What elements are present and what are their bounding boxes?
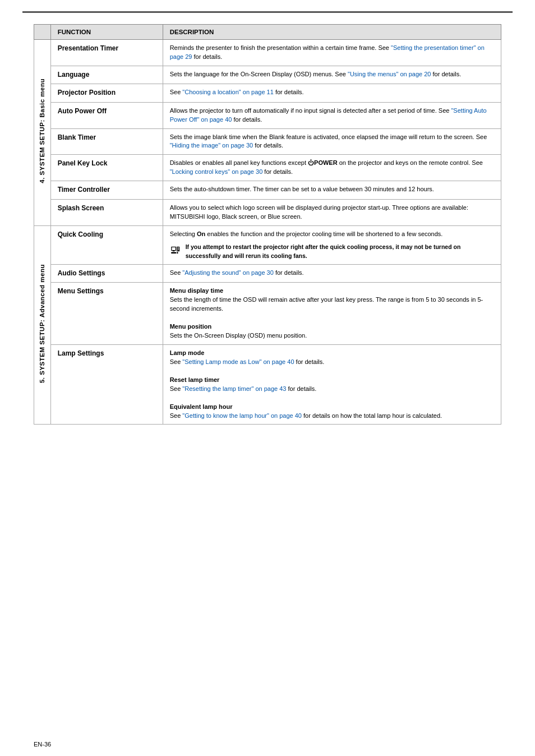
table-row: Panel Key Lock Disables or enables all p… (34, 155, 501, 181)
table-row: Language Sets the language for the On-Sc… (34, 66, 501, 84)
desc-menu-settings: Menu display time Sets the length of tim… (163, 283, 501, 345)
table-row: Auto Power Off Allows the projector to t… (34, 102, 501, 128)
func-audio-settings: Audio Settings (50, 264, 163, 282)
col-header-empty (34, 25, 51, 40)
desc-auto-power-off: Allows the projector to turn off automat… (163, 102, 501, 128)
desc-presentation-timer: Reminds the presenter to finish the pres… (163, 40, 501, 66)
table-row: 4. SYSTEM SETUP: Basic menu Presentation… (34, 40, 501, 66)
func-quick-cooling: Quick Cooling (50, 225, 163, 264)
desc-splash-screen: Allows you to select which logo screen w… (163, 199, 501, 225)
desc-audio-settings: See "Adjusting the sound" on page 30 for… (163, 264, 501, 282)
link-equiv-lamp[interactable]: "Getting to know the lamp hour" on page … (182, 412, 302, 419)
table-row: Splash Screen Allows you to select which… (34, 199, 501, 225)
desc-quick-cooling: Selecting On enables the function and th… (163, 225, 501, 264)
table-row: 5. SYSTEM SETUP: Advanced menu Quick Coo… (34, 225, 501, 264)
link-presentation-timer[interactable]: "Setting the presentation timer" on page… (170, 44, 485, 60)
func-panel-key-lock: Panel Key Lock (50, 155, 163, 181)
table-row: Menu Settings Menu display time Sets the… (34, 283, 501, 345)
func-menu-settings: Menu Settings (50, 283, 163, 345)
top-border (22, 11, 513, 13)
func-splash-screen: Splash Screen (50, 199, 163, 225)
note-box: 🖳 If you attempt to restart the projecto… (170, 243, 494, 260)
link-audio-settings[interactable]: "Adjusting the sound" on page 30 (182, 269, 274, 276)
note-icon: 🖳 (170, 244, 181, 255)
func-language: Language (50, 66, 163, 84)
link-panel-key-lock[interactable]: "Locking control keys" on page 30 (170, 168, 263, 175)
link-projector-position[interactable]: "Choosing a location" on page 11 (182, 89, 274, 95)
func-presentation-timer: Presentation Timer (50, 40, 163, 66)
desc-blank-timer: Sets the image blank time when the Blank… (163, 128, 501, 155)
func-blank-timer: Blank Timer (50, 128, 163, 155)
section-label-basic: 4. SYSTEM SETUP: Basic menu (34, 40, 51, 226)
page-number: EN-36 (34, 741, 51, 748)
func-projector-position: Projector Position (50, 84, 163, 102)
desc-projector-position: See "Choosing a location" on page 11 for… (163, 84, 501, 102)
desc-language: Sets the language for the On-Screen Disp… (163, 66, 501, 84)
table-row: Projector Position See "Choosing a locat… (34, 84, 501, 102)
table-row: Lamp Settings Lamp mode See "Setting Lam… (34, 344, 501, 425)
note-text: If you attempt to restart the projector … (186, 243, 494, 260)
desc-lamp-settings: Lamp mode See "Setting Lamp mode as Low"… (163, 344, 501, 425)
link-blank-timer[interactable]: "Hiding the image" on page 30 (170, 142, 253, 149)
main-table: FUNCTION DESCRIPTION 4. SYSTEM SETUP: Ba… (34, 24, 501, 425)
link-auto-power-off[interactable]: "Setting Auto Power Off" on page 40 (170, 107, 487, 123)
desc-panel-key-lock: Disables or enables all panel key functi… (163, 155, 501, 181)
desc-timer-controller: Sets the auto-shutdown timer. The timer … (163, 181, 501, 199)
func-auto-power-off: Auto Power Off (50, 102, 163, 128)
func-timer-controller: Timer Controller (50, 181, 163, 199)
content-area: FUNCTION DESCRIPTION 4. SYSTEM SETUP: Ba… (34, 24, 501, 425)
table-row: Audio Settings See "Adjusting the sound"… (34, 264, 501, 282)
link-reset-lamp[interactable]: "Resetting the lamp timer" on page 43 (182, 385, 286, 392)
col-header-description: DESCRIPTION (163, 25, 501, 40)
col-header-function: FUNCTION (50, 25, 163, 40)
table-row: Timer Controller Sets the auto-shutdown … (34, 181, 501, 199)
link-language[interactable]: "Using the menus" on page 20 (348, 71, 431, 77)
table-row: Blank Timer Sets the image blank time wh… (34, 128, 501, 155)
page-container: FUNCTION DESCRIPTION 4. SYSTEM SETUP: Ba… (0, 0, 535, 756)
section-label-advanced: 5. SYSTEM SETUP: Advanced menu (34, 225, 51, 425)
link-lamp-mode[interactable]: "Setting Lamp mode as Low" on page 40 (182, 358, 294, 365)
func-lamp-settings: Lamp Settings (50, 344, 163, 425)
